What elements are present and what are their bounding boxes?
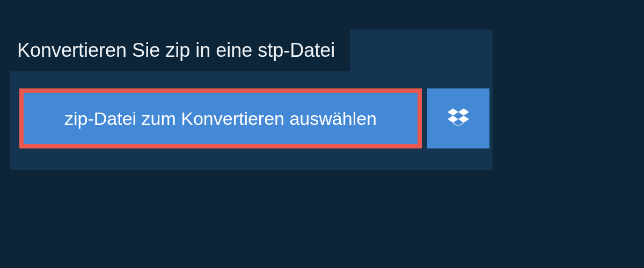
dropbox-icon — [448, 107, 469, 130]
title-bar: Konvertieren Sie zip in eine stp-Datei — [10, 29, 350, 71]
dropbox-button[interactable] — [427, 88, 489, 148]
select-file-button[interactable]: zip-Datei zum Konvertieren auswählen — [19, 88, 422, 148]
button-row: zip-Datei zum Konvertieren auswählen — [19, 88, 493, 148]
page-title: Konvertieren Sie zip in eine stp-Datei — [17, 39, 335, 61]
converter-panel: Konvertieren Sie zip in eine stp-Datei z… — [10, 29, 493, 170]
select-file-label: zip-Datei zum Konvertieren auswählen — [64, 108, 377, 129]
